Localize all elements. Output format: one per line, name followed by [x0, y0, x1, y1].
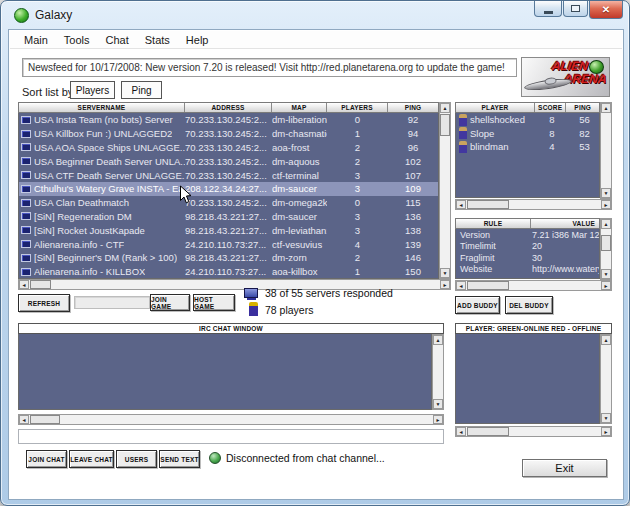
minimize-button[interactable] [534, 1, 562, 17]
player-score-cell: 8 [536, 114, 568, 125]
minimize-icon [544, 11, 553, 14]
titlebar[interactable]: Galaxy ✕ [1, 1, 629, 29]
menu-item-chat[interactable]: Chat [106, 34, 129, 46]
scroll-up-icon[interactable]: ▲ [601, 103, 611, 113]
sort-players-button[interactable]: Players [70, 81, 115, 99]
add-buddy-button[interactable]: ADD BUDDY [455, 296, 500, 314]
rule-hscrollbar[interactable]: ◄► [455, 280, 612, 291]
chat-input[interactable] [18, 429, 444, 444]
server-ping-cell: 139 [388, 239, 438, 250]
header-address[interactable]: ADDRESS [185, 103, 272, 112]
host-game-button[interactable]: HOST GAME [193, 294, 235, 311]
scroll-left-icon[interactable]: ◄ [19, 280, 29, 289]
menu-item-main[interactable]: Main [24, 34, 48, 46]
scroll-up-icon[interactable]: ▲ [601, 335, 611, 345]
server-row[interactable]: Alienarena.info - KILLBOX24.210.110.73:2… [19, 265, 438, 279]
leave-chat-button[interactable]: LEAVE CHAT [69, 450, 114, 468]
server-row[interactable]: [SiN] Rocket JoustKapade98.218.43.221:27… [19, 223, 438, 237]
server-row[interactable]: USA AOA Space Ships UNLAGGE...70.233.130… [19, 141, 438, 155]
scroll-down-icon[interactable]: ▼ [433, 399, 443, 409]
buddy-list-body[interactable] [455, 334, 600, 424]
player-vscrollbar[interactable]: ▲▼ [600, 102, 612, 199]
header-ping[interactable]: PING [388, 103, 438, 112]
scroll-up-icon[interactable]: ▲ [601, 219, 611, 229]
server-players-cell: 3 [327, 183, 388, 194]
server-row[interactable]: USA Clan Deathmatch70.233.130.245:2...dm… [19, 196, 438, 210]
server-players-cell: 3 [327, 211, 388, 222]
send-text-button[interactable]: SEND TEXT [159, 450, 200, 468]
monitor-icon [21, 171, 31, 179]
scroll-down-icon[interactable]: ▼ [601, 269, 611, 279]
scroll-right-icon[interactable]: ► [433, 415, 443, 424]
menu-item-tools[interactable]: Tools [64, 34, 90, 46]
users-button[interactable]: USERS [116, 450, 157, 468]
scroll-down-icon[interactable]: ▼ [440, 268, 450, 278]
player-icon [459, 114, 467, 126]
server-row[interactable]: USA Killbox Fun :) UNLAGGED270.233.130.2… [19, 127, 438, 141]
rule-vscrollbar[interactable]: ▲▼ [600, 218, 612, 280]
scroll-right-icon[interactable]: ► [601, 200, 611, 209]
server-row[interactable]: USA Insta Team (no bots) Server70.233.13… [19, 113, 438, 127]
player-hscrollbar[interactable]: ◄► [455, 199, 612, 210]
server-row[interactable]: Alienarena.info - CTF24.210.110.73:27...… [19, 237, 438, 251]
server-address-cell: 24.210.110.73:27... [185, 266, 272, 277]
server-map-cell: ctf-terminal [272, 170, 327, 181]
join-game-button[interactable]: JOIN GAME [150, 294, 190, 311]
scroll-right-icon[interactable]: ► [440, 280, 450, 289]
close-icon: ✕ [602, 4, 610, 15]
server-row[interactable]: Cthulhu's Watery Grave INSTA - Ea...208.… [19, 182, 438, 196]
server-row[interactable]: USA CTF Death Server UNLAGGE...70.233.13… [19, 168, 438, 182]
header-servername[interactable]: SERVERNAME [19, 103, 185, 112]
scroll-left-icon[interactable]: ◄ [456, 281, 466, 290]
scroll-right-icon[interactable]: ► [601, 427, 611, 436]
rule-row[interactable]: Websitehttp://www.watery-grav [456, 264, 599, 276]
scroll-down-icon[interactable]: ▼ [601, 188, 611, 198]
player-row[interactable]: blindman453 [456, 140, 599, 154]
del-buddy-button[interactable]: DEL BUDDY [505, 296, 553, 314]
irc-chat-hscrollbar[interactable]: ◄► [18, 414, 444, 425]
scroll-right-icon[interactable]: ► [601, 281, 611, 290]
player-row[interactable]: shellshocked856 [456, 113, 599, 127]
monitor-icon [21, 185, 31, 193]
header-player-ping[interactable]: PING [566, 103, 599, 112]
header-value[interactable]: VALUE [531, 219, 599, 228]
scroll-up-icon[interactable]: ▲ [440, 103, 450, 113]
scroll-down-icon[interactable]: ▼ [601, 413, 611, 423]
irc-chat-vscrollbar[interactable]: ▲▼ [432, 334, 444, 410]
server-map-cell: dm-aquous [272, 156, 327, 167]
maximize-button[interactable] [563, 1, 588, 17]
header-player[interactable]: PLAYER [456, 103, 535, 112]
server-vscrollbar[interactable]: ▲▼ [439, 102, 451, 279]
header-rule[interactable]: RULE [456, 219, 531, 228]
monitor-icon [21, 157, 31, 165]
irc-chat-body[interactable] [18, 334, 432, 410]
rule-row[interactable]: Timelimit20 [456, 241, 599, 253]
close-button[interactable]: ✕ [589, 1, 623, 19]
join-chat-button[interactable]: JOIN CHAT [26, 450, 67, 468]
refresh-button[interactable]: REFRESH [18, 294, 70, 312]
header-map[interactable]: MAP [272, 103, 327, 112]
server-name-cell: Alienarena.info - CTF [19, 239, 185, 250]
menu-item-help[interactable]: Help [186, 34, 209, 46]
header-players[interactable]: PLAYERS [327, 103, 388, 112]
buddy-hscrollbar[interactable]: ◄► [455, 426, 612, 437]
scroll-left-icon[interactable]: ◄ [19, 415, 29, 424]
server-players-cell: 1 [327, 266, 388, 277]
menu-item-stats[interactable]: Stats [145, 34, 170, 46]
sort-ping-button[interactable]: Ping [121, 81, 162, 99]
rule-row[interactable]: Fraglimit30 [456, 252, 599, 264]
rule-row[interactable]: Version7.21 i386 Mar 12 2009 L [456, 229, 599, 241]
exit-button[interactable]: Exit [522, 459, 607, 477]
server-row[interactable]: USA Beginner Death Server UNLA...70.233.… [19, 154, 438, 168]
menubar: Main Tools Chat Stats Help [10, 31, 622, 49]
server-row[interactable]: [SiN] Beginner's DM (Rank > 100)98.218.4… [19, 251, 438, 265]
server-address-cell: 70.233.130.245:2... [185, 142, 272, 153]
buddy-vscrollbar[interactable]: ▲▼ [600, 334, 612, 424]
scroll-up-icon[interactable]: ▲ [433, 335, 443, 345]
server-ping-cell: 102 [388, 156, 438, 167]
server-row[interactable]: [SiN] Regeneration DM98.218.43.221:27...… [19, 210, 438, 224]
scroll-left-icon[interactable]: ◄ [456, 200, 466, 209]
header-score[interactable]: SCORE [535, 103, 567, 112]
player-row[interactable]: Slope882 [456, 127, 599, 141]
scroll-left-icon[interactable]: ◄ [456, 427, 466, 436]
